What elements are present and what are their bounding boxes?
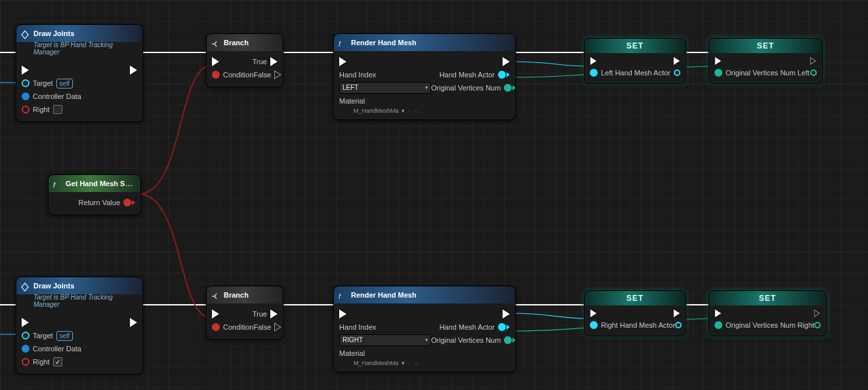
exec-in-pin[interactable] — [212, 309, 219, 319]
exec-out-pin[interactable] — [674, 57, 680, 65]
exec-out-pin[interactable] — [810, 57, 816, 65]
verts-out-pin[interactable] — [504, 336, 516, 344]
false-label: False — [253, 71, 271, 79]
node-title: Branch — [224, 291, 249, 299]
node-draw-joints-right[interactable]: Draw Joints Target is BP Hand Tracking M… — [16, 277, 143, 374]
node-branch-top[interactable]: Branch True Condition False — [206, 33, 283, 87]
true-label: True — [253, 58, 267, 66]
target-label: Target — [33, 79, 53, 87]
node-title: Draw Joints — [33, 29, 74, 37]
target-pin[interactable] — [22, 79, 30, 87]
exec-in-pin[interactable] — [715, 309, 721, 317]
node-render-hand-mesh-left[interactable]: f Render Hand Mesh Hand Index Hand Mesh … — [333, 33, 516, 120]
node-title: Render Hand Mesh — [351, 39, 417, 47]
val-out-pin[interactable] — [810, 69, 817, 76]
set-header: SET — [585, 291, 686, 305]
false-exec-pin[interactable] — [274, 322, 281, 332]
exec-in-pin[interactable] — [212, 57, 219, 66]
svg-text:f: f — [339, 40, 341, 48]
node-header: Branch — [207, 34, 283, 51]
node-set-verts-left[interactable]: SET Original Vertices Num Left — [709, 38, 823, 84]
condition-pin[interactable] — [212, 71, 220, 79]
val-in-pin[interactable] — [590, 69, 598, 77]
right-label: Right — [33, 358, 50, 366]
material-label: Material — [339, 97, 365, 105]
verts-out-label: Original Vertices Num — [431, 84, 501, 92]
actor-out-pin[interactable] — [498, 71, 510, 79]
svg-text:f: f — [53, 181, 56, 189]
target-pin[interactable] — [22, 332, 30, 340]
var-label: Original Vertices Num Right — [726, 321, 814, 329]
exec-out-pin[interactable] — [503, 57, 510, 66]
right-checkbox[interactable]: ✓ — [53, 357, 62, 366]
true-exec-pin[interactable] — [270, 57, 278, 66]
controller-label: Controller Data — [33, 345, 81, 353]
val-in-pin[interactable] — [714, 69, 722, 77]
verts-out-pin[interactable] — [504, 84, 516, 92]
handindex-dropdown[interactable]: LEFT — [339, 82, 431, 94]
right-bool-pin[interactable] — [22, 106, 30, 113]
val-in-pin[interactable] — [714, 321, 722, 329]
actor-out-pin[interactable] — [498, 323, 510, 331]
exec-in-pin[interactable] — [590, 57, 596, 65]
self-pill: self — [56, 79, 73, 88]
val-out-pin[interactable] — [675, 322, 682, 328]
exec-out-pin[interactable] — [814, 309, 820, 317]
set-header: SET — [709, 291, 826, 305]
set-header: SET — [585, 39, 686, 53]
material-asset[interactable]: M_HandMeshMa▾← ⌕ — [334, 107, 515, 114]
actor-out-label: Hand Mesh Actor — [440, 323, 495, 331]
node-set-verts-right[interactable]: SET Original Vertices Num Right — [709, 290, 827, 336]
handindex-dropdown[interactable]: RIGHT — [339, 334, 431, 346]
node-branch-bottom[interactable]: Branch True Condition False — [206, 286, 283, 340]
exec-in-pin[interactable] — [715, 57, 721, 65]
true-label: True — [253, 310, 267, 318]
exec-in-pin[interactable] — [22, 66, 29, 75]
node-title: Get Hand Mesh Status — [66, 179, 140, 188]
handindex-label: Hand Index — [339, 71, 376, 79]
val-in-pin[interactable] — [590, 321, 598, 329]
node-title: Render Hand Mesh — [351, 291, 417, 299]
controller-label: Controller Data — [33, 92, 81, 100]
ret-pin[interactable] — [123, 199, 135, 206]
node-render-hand-mesh-right[interactable]: f Render Hand Mesh Hand Index Hand Mesh … — [333, 286, 516, 372]
node-icon — [20, 281, 30, 290]
controller-pin[interactable] — [22, 92, 30, 100]
ret-label: Return Value — [79, 199, 120, 206]
node-header: Draw Joints — [16, 25, 142, 42]
val-out-pin[interactable] — [814, 322, 821, 328]
node-set-right-actor[interactable]: SET Right Hand Mesh Actor — [584, 290, 686, 336]
false-label: False — [253, 323, 271, 331]
exec-in-pin[interactable] — [22, 318, 29, 327]
exec-out-pin[interactable] — [503, 309, 510, 319]
node-get-hand-mesh-status[interactable]: f Get Hand Mesh Status Return Value — [48, 174, 141, 215]
exec-out-pin[interactable] — [130, 66, 137, 75]
var-label: Left Hand Mesh Actor — [601, 69, 671, 77]
handindex-label: Hand Index — [339, 323, 376, 331]
condition-pin[interactable] — [212, 323, 220, 331]
var-label: Original Vertices Num Left — [726, 69, 810, 77]
right-label: Right — [33, 106, 50, 113]
exec-in-pin[interactable] — [339, 57, 346, 66]
exec-out-pin[interactable] — [674, 309, 680, 317]
exec-out-pin[interactable] — [130, 318, 137, 327]
node-set-left-actor[interactable]: SET Left Hand Mesh Actor — [584, 38, 686, 84]
material-asset[interactable]: M_HandMeshMa▾← ⌕ — [334, 360, 515, 366]
condition-label: Condition — [223, 71, 253, 79]
set-header: SET — [709, 39, 822, 53]
exec-in-pin[interactable] — [339, 309, 346, 319]
exec-in-pin[interactable] — [590, 309, 596, 317]
node-header: f Get Hand Mesh Status — [49, 175, 140, 192]
right-checkbox[interactable] — [53, 105, 62, 114]
func-icon: f — [338, 290, 347, 299]
self-pill: self — [56, 331, 73, 341]
node-draw-joints-left[interactable]: Draw Joints Target is BP Hand Tracking M… — [16, 24, 143, 122]
target-label: Target — [33, 332, 53, 340]
controller-pin[interactable] — [22, 345, 30, 353]
val-out-pin[interactable] — [674, 69, 680, 76]
right-bool-pin[interactable] — [22, 358, 30, 366]
actor-out-label: Hand Mesh Actor — [440, 71, 495, 79]
false-exec-pin[interactable] — [274, 70, 281, 79]
true-exec-pin[interactable] — [270, 309, 278, 319]
node-icon — [20, 28, 30, 37]
